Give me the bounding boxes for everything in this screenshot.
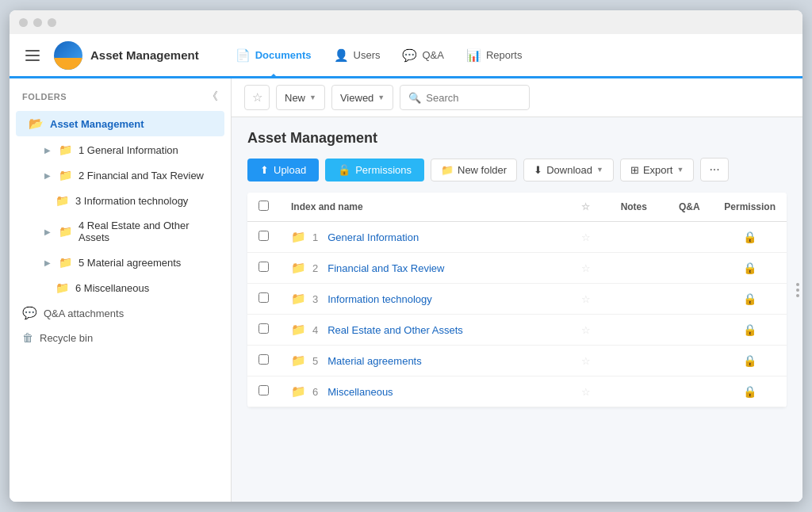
star-icon[interactable]: ☆ <box>581 324 591 336</box>
search-icon: 🔍 <box>408 92 421 104</box>
row-qa-cell <box>665 253 713 284</box>
export-button[interactable]: ⊞ Export ▼ <box>620 159 695 181</box>
traffic-light-red <box>19 18 28 27</box>
row-checkbox-cell <box>247 222 280 253</box>
col-star: ☆ <box>570 193 602 222</box>
star-icon[interactable]: ☆ <box>581 231 591 243</box>
sidebar-item-root[interactable]: 📂 Asset Management <box>16 111 224 136</box>
star-icon[interactable]: ☆ <box>581 355 591 367</box>
nav-item-users[interactable]: 👤 Users <box>323 33 392 78</box>
star-header-icon: ☆ <box>581 201 590 212</box>
row-name[interactable]: Information technology <box>327 293 432 305</box>
qa-icon: 💬 <box>402 48 417 63</box>
sidebar-item-infotech[interactable]: 📁 3 Information technology <box>16 189 224 212</box>
row-checkbox[interactable] <box>259 323 269 334</box>
collapse-sidebar-button[interactable]: 《 <box>207 90 218 104</box>
row-notes-cell <box>602 253 665 284</box>
upload-button[interactable]: ⬆ Upload <box>247 159 319 181</box>
lock-icon: 🔒 <box>743 231 756 243</box>
nav-item-documents[interactable]: 📄 Documents <box>224 33 323 78</box>
row-star-cell: ☆ <box>570 222 602 253</box>
trash-icon: 🗑 <box>22 331 33 344</box>
folder-icon: 📁 <box>56 281 69 294</box>
row-name[interactable]: Real Estate and Other Assets <box>327 324 463 336</box>
select-all-checkbox[interactable] <box>259 201 269 211</box>
lock-icon: 🔒 <box>743 262 756 274</box>
row-permission-cell: 🔒 <box>713 284 787 315</box>
nav-items: 📄 Documents 👤 Users 💬 Q&A 📊 Reports <box>224 33 534 78</box>
chat-icon: 💬 <box>22 306 37 320</box>
expand-arrow-icon: ▶ <box>44 227 51 236</box>
row-star-cell: ☆ <box>570 284 602 315</box>
row-name-cell: 📁 3 Information technology <box>280 284 570 315</box>
traffic-light-yellow <box>33 18 42 27</box>
new-dropdown-button[interactable]: New ▼ <box>276 85 325 110</box>
col-notes: Notes <box>602 193 665 222</box>
favorite-button[interactable]: ☆ <box>244 85 270 110</box>
export-icon: ⊞ <box>630 164 639 176</box>
reports-icon: 📊 <box>466 48 481 63</box>
dropdown-arrow-icon: ▼ <box>676 166 684 174</box>
row-checkbox-cell <box>247 284 280 315</box>
more-options-button[interactable]: ··· <box>700 158 728 181</box>
lock-icon: 🔒 <box>743 323 756 336</box>
sidebar-item-financial[interactable]: ▶ 📁 2 Financial and Tax Review <box>16 163 224 187</box>
table-row: 📁 6 Miscellaneous ☆ 🔒 <box>247 376 787 407</box>
row-qa-cell <box>665 376 713 407</box>
sidebar-item-qa-attachments[interactable]: 💬 Q&A attachments <box>10 300 231 326</box>
row-name-cell: 📁 5 Material agreements <box>280 346 570 376</box>
sidebar-item-material[interactable]: ▶ 📁 5 Material agreements <box>16 250 224 274</box>
new-folder-button[interactable]: 📁 New folder <box>431 159 517 181</box>
nav-item-qa[interactable]: 💬 Q&A <box>391 33 454 78</box>
content-area: Asset Management ⬆ Upload 🔓 Permissions … <box>232 117 802 502</box>
search-box: 🔍 <box>400 85 530 110</box>
sidebar-header: FOLDERS 《 <box>10 78 231 110</box>
sidebar-item-general[interactable]: ▶ 📁 1 General Information <box>16 138 224 162</box>
row-notes-cell <box>602 376 665 407</box>
viewed-dropdown-button[interactable]: Viewed ▼ <box>331 85 393 110</box>
row-permission-cell: 🔒 <box>713 222 787 253</box>
dropdown-arrow-icon: ▼ <box>377 94 385 101</box>
download-button[interactable]: ⬇ Download ▼ <box>523 159 614 181</box>
sidebar-item-misc[interactable]: 📁 6 Miscellaneous <box>16 276 224 300</box>
resize-handle[interactable] <box>793 277 802 304</box>
hamburger-menu[interactable] <box>22 47 43 64</box>
row-star-cell: ☆ <box>570 253 602 284</box>
col-checkbox <box>247 193 280 222</box>
row-notes-cell <box>602 346 665 376</box>
row-qa-cell <box>665 346 713 376</box>
permissions-button[interactable]: 🔓 Permissions <box>325 159 424 181</box>
row-notes-cell <box>602 315 665 346</box>
row-permission-cell: 🔒 <box>713 253 787 284</box>
star-icon[interactable]: ☆ <box>581 293 591 305</box>
folder-icon: 📁 <box>291 261 306 275</box>
star-icon[interactable]: ☆ <box>581 262 591 274</box>
search-input[interactable] <box>426 92 521 104</box>
row-checkbox[interactable] <box>259 354 269 365</box>
sidebar-item-recycle-bin[interactable]: 🗑 Recycle bin <box>10 326 231 350</box>
row-checkbox-cell <box>247 376 280 407</box>
row-name-cell: 📁 1 General Information <box>280 222 570 253</box>
upload-icon: ⬆ <box>260 164 269 176</box>
row-name[interactable]: Miscellaneous <box>327 386 393 398</box>
right-panel: ☆ New ▼ Viewed ▼ 🔍 Asset Management <box>232 78 802 502</box>
row-permission-cell: 🔒 <box>713 315 787 346</box>
folder-icon: 📁 <box>291 230 306 244</box>
star-icon[interactable]: ☆ <box>581 386 591 398</box>
row-number: 1 <box>312 231 318 243</box>
row-checkbox[interactable] <box>259 385 269 395</box>
row-qa-cell <box>665 222 713 253</box>
row-name[interactable]: Material agreements <box>327 355 422 367</box>
col-index-name: Index and name <box>280 193 570 222</box>
row-name[interactable]: General Information <box>327 231 419 243</box>
sidebar-item-realestate[interactable]: ▶ 📁 4 Real Estate and Other Assets <box>16 214 224 249</box>
row-notes-cell <box>602 222 665 253</box>
top-nav: Asset Management 📄 Documents 👤 Users 💬 Q… <box>10 34 802 78</box>
row-checkbox[interactable] <box>259 292 269 303</box>
folder-icon: 📁 <box>59 256 72 269</box>
users-icon: 👤 <box>334 48 349 63</box>
row-checkbox[interactable] <box>259 231 269 241</box>
nav-item-reports[interactable]: 📊 Reports <box>455 33 534 78</box>
row-name[interactable]: Financial and Tax Review <box>327 262 444 274</box>
row-checkbox[interactable] <box>259 262 269 272</box>
